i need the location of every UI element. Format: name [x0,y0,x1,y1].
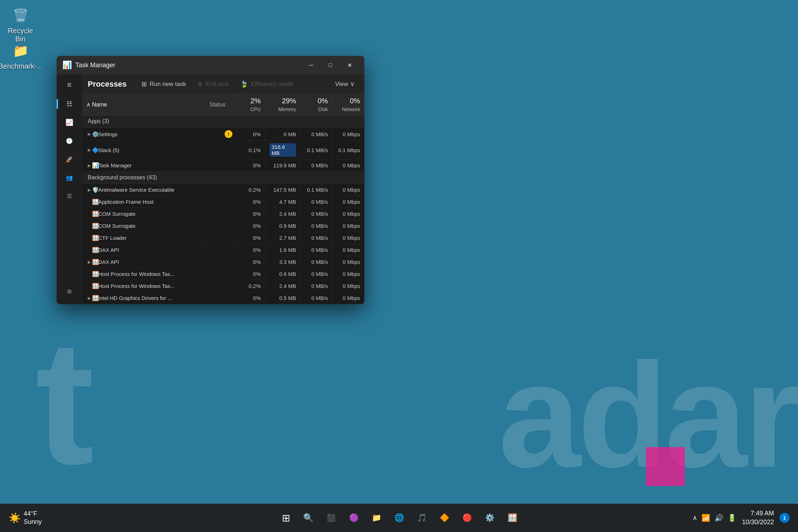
table-row[interactable]: ▶ 🪟 DAX API 0% 3.3 MB 0 MB/s 0 Mbps [82,256,364,268]
expand-icon[interactable]: ▶ [86,147,92,153]
sidebar-hamburger-button[interactable]: ≡ [60,77,79,93]
proc-name-label: Application Frame Host [98,199,154,205]
table-row[interactable]: ▶ 🛡️ Antimalware Service Executable 0.2%… [82,184,364,196]
no-expand-spacer [86,235,92,241]
table-row[interactable]: 🪟 Application Frame Host 0% 4.7 MB 0 MB/… [82,196,364,208]
expand-icon[interactable]: ▶ [86,187,92,193]
proc-name-cell: ▶ ⚙️ Settings [82,128,205,140]
music-button[interactable]: 🎵 [414,510,429,526]
notification-badge[interactable]: 1 [780,513,790,523]
taskbar: ☀️ 44°F Sunny ⊞ 🔍 ⬛ 🟣 📁 🌐 🎵 🔶 🔴 ⚙️ 🪟 ∧ 📶… [0,504,798,532]
expand-icon[interactable]: ▶ [86,131,92,137]
taskman-app-icon: 📊 [92,162,98,169]
close-button[interactable]: ✕ [340,58,359,72]
table-row[interactable]: ▶ ⚙️ Settings ! 0% 0 MB 0 MB/s 0 Mbps [82,128,364,141]
expand-icon[interactable]: ▶ [86,259,92,265]
sidebar-item-history[interactable]: 🕐 [60,132,79,149]
table-row[interactable]: 🪟 Host Process for Windows Tas... 0.2% 2… [82,280,364,292]
dax-api-icon: 🪟 [92,247,98,253]
th-status[interactable]: Status [205,94,237,115]
sidebar-item-users[interactable]: 👥 [60,169,79,186]
proc-disk-cell: 0 MB/s [301,196,332,208]
proc-status-cell [205,268,237,280]
taskview-button[interactable]: ⬛ [323,510,339,526]
vlc-button[interactable]: 🔶 [436,510,452,526]
table-header: ∧ Name Status 2% CPU 29% Memory [82,94,364,115]
store-button[interactable]: 🪟 [504,510,520,526]
efficiency-mode-button[interactable]: 🍃 Efficiency mode [235,78,298,90]
main-content: Processes ⊞ Run new task ⊗ End task 🍃 Ef… [82,74,364,304]
settings-taskbar-button[interactable]: ⚙️ [482,510,497,526]
desktop-icon-benchmark[interactable]: 📁 Benchmark-... [3,39,38,73]
table-row[interactable]: 🪟 COM Surrogate 0% 2.4 MB 0 MB/s 0 Mbps [82,208,364,220]
window-title: Task Manager [75,62,115,69]
proc-net-cell: 0 Mbps [332,220,364,232]
expand-icon[interactable]: ▶ [86,163,92,168]
minimize-button[interactable]: ─ [302,58,320,72]
table-row[interactable]: 🪟 DAX API 0% 1.6 MB 0 MB/s 0 Mbps [82,244,364,256]
battery-icon: 🔋 [728,514,736,522]
table-row[interactable]: 🪟 CTF Loader 0% 2.7 MB 0 MB/s 0 Mbps [82,232,364,244]
proc-status-cell [205,208,237,220]
proc-status-cell [205,244,237,256]
proc-mem-cell: 2.4 MB [265,280,301,292]
th-name[interactable]: ∧ Name [82,94,205,115]
chevron-up-icon[interactable]: ∧ [693,514,697,522]
proc-disk-cell: 0 MB/s [301,160,332,171]
taskbar-center: ⊞ 🔍 ⬛ 🟣 📁 🌐 🎵 🔶 🔴 ⚙️ 🪟 [278,510,520,526]
sidebar-item-performance[interactable]: 📈 [60,114,79,131]
bg-section-title: Background processes (43) [82,172,364,184]
search-button[interactable]: 🔍 [301,510,316,526]
view-label: View [335,81,348,88]
table-row[interactable]: ▶ 📊 Task Manager 0% 119.9 MB 0 MB/s 0 Mb… [82,160,364,172]
sidebar-item-startup[interactable]: 🚀 [60,151,79,168]
sidebar-item-details[interactable]: ☰ [60,187,79,204]
proc-cpu-cell: 0% [237,232,265,244]
chrome-button[interactable]: 🌐 [391,510,407,526]
proc-disk-cell: 0 MB/s [301,128,332,140]
teams-button[interactable]: 🟣 [346,510,362,526]
titlebar: 📊 Task Manager ─ □ ✕ [57,56,364,74]
proc-name-cell: ▶ 🪟 Intel HD Graphics Drivers for ... [82,292,205,304]
host-proc-2-icon: 🪟 [92,283,98,289]
run-new-task-button[interactable]: ⊞ Run new task [137,78,191,90]
th-cpu[interactable]: 2% CPU [237,94,265,115]
table-row[interactable]: ▶ 🪟 Intel HD Graphics Drivers for ... 0%… [82,292,364,304]
proc-status-cell [205,196,237,208]
proc-name-label: Slack (5) [98,147,119,153]
opera-button[interactable]: 🔴 [459,510,475,526]
th-network[interactable]: 0% Network [332,94,364,115]
table-row[interactable]: 🪟 COM Surrogate 0% 0.9 MB 0 MB/s 0 Mbps [82,220,364,232]
end-task-icon: ⊗ [197,80,203,88]
sidebar-item-settings[interactable]: ⚙ [60,283,79,300]
table-row[interactable]: ▶ 🔷 Slack (5) 0.1% 316.6 MB 0.1 MB/s 0.1… [82,141,364,160]
proc-status-cell [205,256,237,268]
expand-icon[interactable]: ▶ [86,295,92,301]
proc-disk-cell: 0 MB/s [301,268,332,280]
proc-net-cell: 0 Mbps [332,196,364,208]
system-tray-icons: ∧ 📶 🔊 🔋 [693,514,736,522]
table-row[interactable]: 🪟 Host Process for Windows Tas... 0% 0.6… [82,268,364,280]
proc-mem-cell: 316.6 MB [265,141,301,159]
proc-name-cell: 🪟 Host Process for Windows Tas... [82,268,205,280]
sidebar-item-processes[interactable]: ☷ [60,96,79,112]
proc-net-cell: 0 Mbps [332,184,364,196]
proc-cpu-cell: 0% [237,128,265,140]
proc-name-cell: ▶ 🛡️ Antimalware Service Executable [82,184,205,196]
proc-name-cell: 🪟 Host Process for Windows Tas... [82,280,205,292]
bg-section-header: Background processes (43) [82,172,364,184]
view-button[interactable]: View ∨ [331,78,359,90]
end-task-button[interactable]: ⊗ End task [192,78,234,90]
th-disk[interactable]: 0% Disk [301,94,332,115]
explorer-button[interactable]: 📁 [369,510,384,526]
maximize-button[interactable]: □ [321,58,340,72]
apps-section-title: Apps (3) [82,115,364,127]
proc-name-label: DAX API [98,247,119,253]
proc-net-cell: 0 Mbps [332,208,364,220]
th-memory[interactable]: 29% Memory [265,94,301,115]
proc-status-cell [205,232,237,244]
proc-status-cell: ! [205,128,237,140]
clock[interactable]: 7:49 AM 10/30/2022 [742,509,774,527]
process-table: ∧ Name Status 2% CPU 29% Memory [82,94,364,304]
start-button[interactable]: ⊞ [278,510,294,526]
